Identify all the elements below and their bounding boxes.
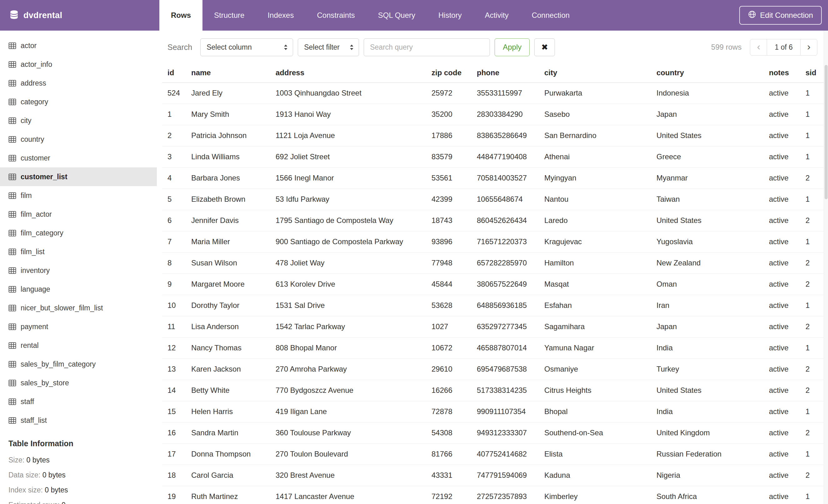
sidebar-item-film[interactable]: film bbox=[0, 186, 157, 205]
tab-indexes[interactable]: Indexes bbox=[256, 0, 305, 31]
column-select[interactable]: Select column bbox=[200, 38, 293, 56]
tab-constraints[interactable]: Constraints bbox=[305, 0, 366, 31]
table-row[interactable]: 11Lisa Anderson1542 Tarlac Parkway102763… bbox=[162, 316, 824, 337]
table-row[interactable]: 12Nancy Thomas808 Bhopal Manor1067246588… bbox=[162, 337, 824, 359]
column-header-phone[interactable]: phone bbox=[477, 63, 544, 83]
cell: Taiwan bbox=[657, 189, 769, 210]
next-page-button[interactable]: › bbox=[800, 39, 817, 56]
cell: 6 bbox=[162, 210, 191, 231]
table-row[interactable]: 9Margaret Moore613 Korolev Drive45844380… bbox=[162, 274, 824, 295]
cell: 72192 bbox=[431, 486, 477, 504]
tab-sql-query[interactable]: SQL Query bbox=[367, 0, 427, 31]
prev-page-button[interactable]: ‹ bbox=[750, 39, 767, 56]
sidebar-item-actor_info[interactable]: actor_info bbox=[0, 55, 157, 74]
sidebar-item-label: actor bbox=[20, 42, 37, 50]
cell: 19 bbox=[162, 486, 191, 504]
sidebar-item-language[interactable]: language bbox=[0, 280, 157, 299]
table-row[interactable]: 16Sandra Martin360 Toulouse Parkway54308… bbox=[162, 422, 824, 444]
column-header-address[interactable]: address bbox=[276, 63, 431, 83]
cell: 2 bbox=[805, 359, 824, 380]
cell: active bbox=[769, 401, 805, 422]
cell: Hamilton bbox=[544, 252, 657, 274]
column-select-value: Select column bbox=[207, 43, 251, 51]
column-header-zip-code[interactable]: zip code bbox=[431, 63, 477, 83]
column-header-sid[interactable]: sid bbox=[805, 63, 824, 83]
column-header-id[interactable]: id bbox=[162, 63, 191, 83]
sidebar-item-nicer_but_slower_film_list[interactable]: nicer_but_slower_film_list bbox=[0, 299, 157, 317]
sidebar-item-film_list[interactable]: film_list bbox=[0, 242, 157, 261]
table-row[interactable]: 14Betty White770 Bydgoszcz Avenue1626651… bbox=[162, 380, 824, 401]
cell: active bbox=[769, 316, 805, 337]
cell: 45844 bbox=[431, 274, 477, 295]
sidebar-item-film_actor[interactable]: film_actor bbox=[0, 205, 157, 224]
table-row[interactable]: 3Linda Williams692 Joliet Street83579448… bbox=[162, 146, 824, 167]
cell: active bbox=[769, 167, 805, 189]
sidebar-item-staff[interactable]: staff bbox=[0, 392, 157, 411]
clear-filter-button[interactable]: ✖ bbox=[534, 38, 555, 56]
sidebar-item-sales_by_store[interactable]: sales_by_store bbox=[0, 373, 157, 392]
table-row[interactable]: 1Mary Smith1913 Hanoi Way352002830338429… bbox=[162, 104, 824, 125]
column-header-country[interactable]: country bbox=[657, 63, 769, 83]
column-header-name[interactable]: name bbox=[191, 63, 276, 83]
sidebar-item-customer[interactable]: customer bbox=[0, 149, 157, 167]
sidebar-item-inventory[interactable]: inventory bbox=[0, 261, 157, 280]
cell: active bbox=[769, 104, 805, 125]
sidebar-item-country[interactable]: country bbox=[0, 130, 157, 149]
tab-activity[interactable]: Activity bbox=[473, 0, 520, 31]
search-query-input[interactable] bbox=[364, 38, 490, 56]
scrollbar-thumb[interactable] bbox=[825, 65, 828, 199]
table-row[interactable]: 13Karen Jackson270 Amroha Parkway2961069… bbox=[162, 359, 824, 380]
cell: active bbox=[769, 295, 805, 316]
table-row[interactable]: 6Jennifer Davis1795 Santiago de Composte… bbox=[162, 210, 824, 231]
table-info-line: Estimated rows: 0 bbox=[8, 497, 149, 504]
cell: Purwakarta bbox=[544, 83, 657, 104]
edit-connection-label: Edit Connection bbox=[760, 11, 813, 20]
sidebar-item-payment[interactable]: payment bbox=[0, 317, 157, 336]
cell: 5 bbox=[162, 189, 191, 210]
tab-connection[interactable]: Connection bbox=[520, 0, 581, 31]
sidebar-item-city[interactable]: city bbox=[0, 111, 157, 130]
table-row[interactable]: 524Jared Ely1003 Qinhuangdao Street25972… bbox=[162, 83, 824, 104]
table-row[interactable]: 10Dorothy Taylor1531 Sal Drive5362864885… bbox=[162, 295, 824, 316]
tab-history[interactable]: History bbox=[427, 0, 473, 31]
cell: 53628 bbox=[431, 295, 477, 316]
tab-structure[interactable]: Structure bbox=[203, 0, 256, 31]
scrollbar[interactable] bbox=[824, 31, 828, 504]
cell: 635297277345 bbox=[477, 316, 544, 337]
table-row[interactable]: 17Donna Thompson270 Toulon Boulevard8176… bbox=[162, 444, 824, 465]
column-header-notes[interactable]: notes bbox=[769, 63, 805, 83]
sidebar-item-actor[interactable]: actor bbox=[0, 36, 157, 55]
sidebar-item-category[interactable]: category bbox=[0, 92, 157, 111]
tab-rows[interactable]: Rows bbox=[159, 0, 203, 31]
cell: 419 Iligan Lane bbox=[276, 401, 431, 422]
table-row[interactable]: 19Ruth Martinez1417 Lancaster Avenue7219… bbox=[162, 486, 824, 504]
edit-connection-button[interactable]: Edit Connection bbox=[739, 6, 822, 25]
column-header-city[interactable]: city bbox=[544, 63, 657, 83]
sidebar-item-film_category[interactable]: film_category bbox=[0, 224, 157, 242]
table-icon bbox=[8, 323, 16, 330]
cell: Kragujevac bbox=[544, 231, 657, 252]
cell: 648856936185 bbox=[477, 295, 544, 316]
table-row[interactable]: 15Helen Harris419 Iligan Lane72878990911… bbox=[162, 401, 824, 422]
table-row[interactable]: 5Elizabeth Brown53 Idfu Parkway423991065… bbox=[162, 189, 824, 210]
sidebar-item-rental[interactable]: rental bbox=[0, 336, 157, 355]
table-row[interactable]: 2Patricia Johnson1121 Loja Avenue1788683… bbox=[162, 125, 824, 146]
sidebar-item-customer_list[interactable]: customer_list bbox=[0, 167, 157, 186]
table-row[interactable]: 18Carol Garcia320 Brest Avenue4333174779… bbox=[162, 465, 824, 486]
cell: 360 Toulouse Parkway bbox=[276, 422, 431, 444]
sidebar-item-staff_list[interactable]: staff_list bbox=[0, 411, 157, 430]
sidebar-item-address[interactable]: address bbox=[0, 74, 157, 92]
table-icon bbox=[8, 174, 16, 180]
apply-button[interactable]: Apply bbox=[495, 38, 530, 56]
filter-select[interactable]: Select filter bbox=[298, 38, 359, 56]
table-row[interactable]: 4Barbara Jones1566 Inegl Manor5356170581… bbox=[162, 167, 824, 189]
sidebar-item-sales_by_film_category[interactable]: sales_by_film_category bbox=[0, 355, 157, 373]
table-row[interactable]: 8Susan Wilson478 Joliet Way7794865728228… bbox=[162, 252, 824, 274]
table-information-items: Size: 0 bytesData size: 0 bytesIndex siz… bbox=[8, 453, 149, 504]
table-row[interactable]: 7Maria Miller900 Santiago de Compostela … bbox=[162, 231, 824, 252]
cell: 478 Joliet Way bbox=[276, 252, 431, 274]
sidebar-item-label: nicer_but_slower_film_list bbox=[20, 304, 103, 312]
cell: 17 bbox=[162, 444, 191, 465]
table-info-value: 0 bytes bbox=[45, 486, 68, 494]
cell: 2 bbox=[162, 125, 191, 146]
